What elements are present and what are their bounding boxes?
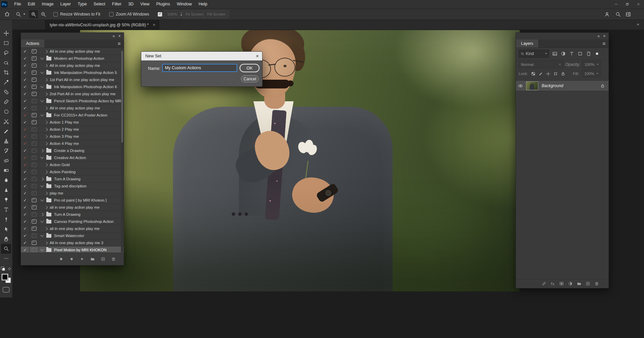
marquee-tool[interactable] — [1, 38, 11, 48]
expand-chevron-icon[interactable] — [45, 128, 48, 131]
options-checkbox[interactable]: Resize Windows to Fit — [53, 12, 100, 17]
dialog-toggle[interactable] — [29, 147, 39, 154]
action-row[interactable]: Modern art Photoshop Action — [21, 55, 124, 62]
action-row[interactable]: all in one play action play me — [21, 225, 124, 232]
action-row[interactable]: Tag and discription — [21, 183, 124, 190]
hand-tool[interactable] — [1, 234, 11, 244]
visibility-toggle[interactable] — [516, 83, 525, 88]
eraser-tool[interactable] — [1, 156, 11, 165]
action-row[interactable]: Action 1 Play me — [21, 119, 124, 126]
include-toggle[interactable] — [21, 98, 29, 104]
include-toggle[interactable] — [21, 176, 29, 182]
menu-item[interactable]: View — [137, 0, 153, 8]
dialog-toggle[interactable] — [29, 239, 39, 246]
include-toggle[interactable] — [21, 161, 29, 168]
menu-item[interactable]: Edit — [24, 0, 39, 8]
expand-chevron-icon[interactable] — [45, 106, 48, 110]
include-toggle[interactable] — [21, 133, 29, 140]
filter-adjustment-layers-icon[interactable] — [561, 51, 566, 56]
home-button[interactable] — [4, 9, 10, 20]
dialog-toggle[interactable] — [29, 204, 39, 211]
include-toggle[interactable] — [21, 197, 29, 204]
include-toggle[interactable] — [21, 90, 29, 97]
filter-type-layers-icon[interactable] — [569, 51, 574, 56]
crop-tool[interactable] — [1, 68, 11, 77]
menu-item[interactable]: Window — [173, 0, 195, 8]
action-row[interactable]: Create a Drawing — [21, 147, 124, 154]
dialog-toggle[interactable] — [29, 90, 39, 97]
panel-menu-icon[interactable]: ≡ — [602, 41, 605, 46]
action-row[interactable]: All in one play action play me 3 — [21, 239, 124, 246]
expand-chevron-icon[interactable] — [45, 241, 48, 244]
zoom-tool-preset[interactable] — [16, 9, 25, 20]
expand-chevron-icon[interactable] — [41, 99, 44, 102]
eyedropper-tool[interactable] — [1, 77, 11, 87]
healing-brush-tool[interactable] — [1, 97, 11, 107]
collapse-panel-icon[interactable]: « — [597, 34, 600, 38]
include-toggle[interactable] — [21, 190, 29, 197]
dialog-toggle[interactable] — [29, 112, 39, 119]
action-row[interactable]: Turn A Drawing — [21, 176, 124, 183]
dialog-toggle[interactable] — [29, 119, 39, 126]
fill-screen-button[interactable]: Fill Screen — [203, 9, 229, 20]
dialog-toggle[interactable] — [29, 225, 39, 232]
action-row[interactable]: Action Painting — [21, 168, 124, 176]
menu-item[interactable]: Select — [90, 0, 109, 8]
dialog-toggle[interactable] — [29, 218, 39, 225]
layer-thumbnail[interactable] — [526, 81, 538, 90]
dialog-title-bar[interactable]: New Set × — [141, 52, 262, 60]
dialog-toggle[interactable] — [29, 76, 39, 83]
default-colors-button[interactable] — [1, 267, 5, 271]
expand-chevron-icon[interactable] — [41, 184, 44, 187]
opacity-dropdown[interactable]: 100% — [582, 61, 601, 68]
object-selection-tool[interactable] — [1, 58, 11, 68]
search-button[interactable] — [615, 9, 621, 20]
action-row[interactable]: Turn A Drawing — [21, 211, 124, 218]
account-button[interactable] — [604, 9, 610, 20]
tab-layers[interactable]: Layers — [516, 40, 538, 48]
pen-tool[interactable] — [1, 214, 11, 224]
lasso-tool[interactable] — [1, 48, 11, 58]
dialog-toggle[interactable] — [29, 168, 39, 175]
cancel-button[interactable]: Cancel — [241, 75, 259, 82]
dialog-toggle[interactable] — [29, 69, 39, 76]
include-toggle[interactable] — [21, 225, 29, 232]
dialog-toggle[interactable] — [29, 126, 39, 133]
lock-artboard-icon[interactable] — [553, 72, 558, 76]
tab-close-icon[interactable]: × — [153, 22, 155, 27]
slice-tool[interactable] — [1, 116, 11, 126]
include-toggle[interactable] — [21, 62, 29, 69]
layer-lock-icon[interactable] — [600, 84, 605, 88]
lock-transparency-icon[interactable] — [531, 72, 536, 76]
action-row[interactable]: Action 3 Play me — [21, 133, 124, 140]
adjustment-layer-icon[interactable] — [568, 281, 573, 286]
include-toggle[interactable] — [21, 48, 29, 55]
action-row[interactable]: 2nd Part All in one play action play me — [21, 90, 124, 98]
action-row[interactable]: Canvas Painting Photoshop Action — [21, 218, 124, 225]
action-row[interactable]: For CC2015+ Art Poster Action — [21, 112, 124, 119]
tab-actions[interactable]: Actions — [21, 40, 44, 48]
dialog-toggle[interactable] — [29, 176, 39, 182]
gradient-tool[interactable] — [1, 165, 11, 175]
zoom-in-button[interactable] — [29, 10, 38, 18]
expand-chevron-icon[interactable] — [45, 121, 48, 124]
expand-chevron-icon[interactable] — [41, 198, 44, 202]
action-row[interactable]: All in one play action play me — [21, 48, 124, 55]
path-selection-tool[interactable] — [1, 224, 11, 234]
play-icon[interactable] — [80, 257, 84, 261]
action-row[interactable]: All in one play action play me — [21, 62, 124, 69]
dialog-toggle[interactable] — [29, 211, 39, 218]
action-row[interactable]: Ink Manipulation Photoshop Action 5 — [21, 69, 124, 76]
close-panel-icon[interactable]: × — [118, 34, 121, 38]
action-row[interactable]: Action 2 Play me — [21, 126, 124, 133]
zoom-tool[interactable] — [1, 244, 11, 254]
include-toggle[interactable] — [21, 204, 29, 211]
clone-stamp-tool[interactable] — [1, 136, 11, 146]
expand-chevron-icon[interactable] — [45, 64, 48, 67]
dialog-toggle[interactable] — [29, 105, 39, 111]
include-toggle[interactable] — [21, 168, 29, 175]
expand-chevron-icon[interactable] — [41, 177, 44, 181]
layer-row-background[interactable]: Background — [516, 80, 609, 91]
expand-chevron-icon[interactable] — [45, 191, 48, 195]
action-row[interactable]: Pencil Sketch Photoshop Action by MRI K.… — [21, 98, 124, 105]
